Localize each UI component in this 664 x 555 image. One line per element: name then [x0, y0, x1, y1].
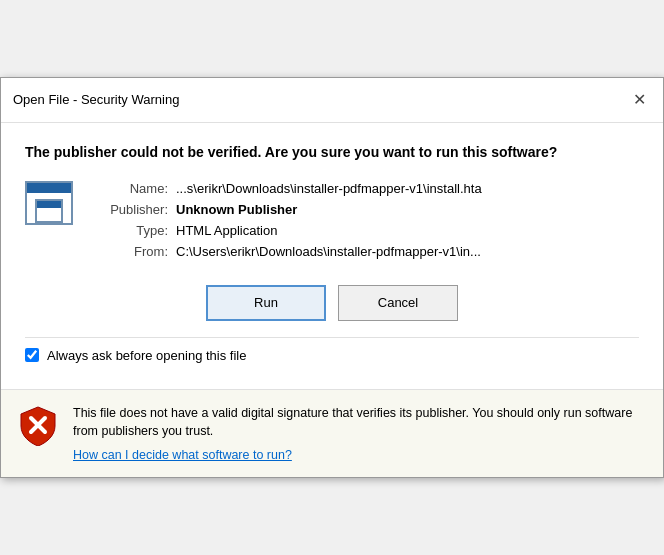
publisher-row: Publisher: Unknown Publisher	[93, 202, 639, 217]
cancel-button[interactable]: Cancel	[338, 285, 458, 321]
run-button[interactable]: Run	[206, 285, 326, 321]
from-row: From: C:\Users\erikr\Downloads\installer…	[93, 244, 639, 259]
content-area: The publisher could not be verified. Are…	[1, 123, 663, 389]
security-warning-dialog: Open File - Security Warning ✕ The publi…	[0, 77, 664, 478]
file-details: Name: ...s\erikr\Downloads\installer-pdf…	[93, 181, 639, 265]
close-button[interactable]: ✕	[627, 88, 651, 112]
dialog-title: Open File - Security Warning	[13, 92, 179, 107]
footer-link[interactable]: How can I decide what software to run?	[73, 448, 292, 462]
name-row: Name: ...s\erikr\Downloads\installer-pdf…	[93, 181, 639, 196]
footer-text-block: This file does not have a valid digital …	[73, 404, 647, 464]
type-label: Type:	[93, 223, 168, 238]
publisher-value: Unknown Publisher	[176, 202, 639, 217]
warning-header: The publisher could not be verified. Are…	[25, 143, 639, 163]
shield-warning-icon	[17, 404, 59, 446]
from-label: From:	[93, 244, 168, 259]
type-row: Type: HTML Application	[93, 223, 639, 238]
name-label: Name:	[93, 181, 168, 196]
title-bar: Open File - Security Warning ✕	[1, 78, 663, 123]
type-value: HTML Application	[176, 223, 639, 238]
always-ask-checkbox[interactable]	[25, 348, 39, 362]
footer-message: This file does not have a valid digital …	[73, 404, 647, 442]
checkbox-row: Always ask before opening this file	[25, 337, 639, 373]
from-value: C:\Users\erikr\Downloads\installer-pdfma…	[176, 244, 639, 259]
always-ask-label: Always ask before opening this file	[47, 348, 246, 363]
buttons-row: Run Cancel	[25, 285, 639, 321]
publisher-label: Publisher:	[93, 202, 168, 217]
name-value: ...s\erikr\Downloads\installer-pdfmapper…	[176, 181, 639, 196]
file-info-section: Name: ...s\erikr\Downloads\installer-pdf…	[25, 181, 639, 265]
warning-footer: This file does not have a valid digital …	[1, 389, 663, 478]
file-icon	[25, 181, 77, 229]
